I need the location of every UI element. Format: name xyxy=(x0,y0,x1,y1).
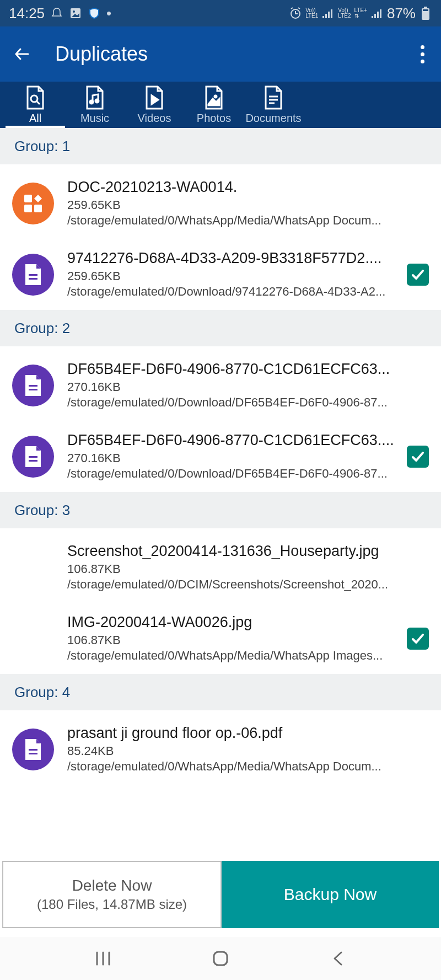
file-type-icon xyxy=(12,729,54,770)
file-type-icon xyxy=(12,254,54,296)
bottom-action-bar: Delete Now (180 Files, 14.87MB size) Bac… xyxy=(2,861,439,928)
svg-rect-25 xyxy=(29,456,37,458)
svg-rect-4 xyxy=(325,14,327,18)
svg-rect-27 xyxy=(29,749,37,751)
file-size: 106.87KB xyxy=(67,633,404,647)
file-path: /storage/emulated/0/WhatsApp/Media/Whats… xyxy=(67,649,404,663)
group-header: Group: 3 xyxy=(0,492,441,528)
file-path: /storage/emulated/0/WhatsApp/Media/Whats… xyxy=(67,759,429,774)
file-path: /storage/emulated/0/WhatsApp/Media/Whats… xyxy=(67,213,429,228)
file-path: /storage/emulated/0/Download/DF65B4EF-D6… xyxy=(67,395,429,410)
image-icon xyxy=(69,7,82,20)
file-size: 259.65KB xyxy=(67,198,429,212)
signal1-icon xyxy=(321,7,335,20)
signal2-icon xyxy=(370,7,384,20)
delete-now-button[interactable]: Delete Now (180 Files, 14.87MB size) xyxy=(2,861,222,928)
select-checkbox[interactable] xyxy=(407,446,429,468)
category-tabs: All Music Videos Photos Documents xyxy=(0,82,441,128)
status-time: 14:25 xyxy=(9,5,45,22)
photo-doc-icon xyxy=(201,84,227,111)
select-checkbox[interactable] xyxy=(407,628,429,650)
alarm-icon xyxy=(289,7,302,20)
more-notifications-dot: • xyxy=(106,5,111,22)
svg-rect-5 xyxy=(328,12,330,18)
svg-rect-11 xyxy=(424,7,427,8)
svg-rect-28 xyxy=(29,753,37,754)
svg-rect-22 xyxy=(29,278,37,280)
svg-point-14 xyxy=(31,95,37,102)
svg-point-15 xyxy=(90,100,93,104)
svg-rect-13 xyxy=(423,9,428,11)
group-header: Group: 4 xyxy=(0,674,441,710)
svg-rect-20 xyxy=(24,205,32,212)
list-item[interactable]: DOC-20210213-WA0014. 259.65KB /storage/e… xyxy=(0,164,441,239)
tab-label: Music xyxy=(80,112,109,125)
svg-rect-7 xyxy=(372,16,373,18)
svg-point-16 xyxy=(95,99,99,103)
svg-point-17 xyxy=(214,95,217,98)
home-button[interactable] xyxy=(209,947,232,970)
svg-rect-26 xyxy=(29,460,37,462)
tab-label: All xyxy=(29,112,41,125)
list-item[interactable]: 97412276-D68A-4D33-A209-9B3318F577D2....… xyxy=(0,239,441,310)
file-path: /storage/emulated/0/DCIM/Screenshots/Scr… xyxy=(67,577,429,592)
svg-rect-21 xyxy=(29,274,37,276)
tab-music[interactable]: Music xyxy=(65,84,125,128)
svg-rect-29 xyxy=(214,952,227,965)
svg-rect-9 xyxy=(377,12,379,18)
list-item[interactable]: DF65B4EF-D6F0-4906-8770-C1CD61ECFC63... … xyxy=(0,346,441,421)
file-size: 270.16KB xyxy=(67,380,429,394)
back-nav-button[interactable] xyxy=(327,947,349,970)
file-thumbnail xyxy=(12,547,54,588)
list-item[interactable]: prasant ji ground floor op.-06.pdf 85.24… xyxy=(0,710,441,785)
overflow-menu-button[interactable] xyxy=(415,40,430,69)
tab-photos[interactable]: Photos xyxy=(184,84,244,128)
group-header: Group: 1 xyxy=(0,128,441,164)
svg-rect-19 xyxy=(34,205,42,212)
status-right: Vo))LTE1 Vo))LTE2 LTE+⇅ 87% xyxy=(289,5,432,22)
sim1-label: Vo))LTE1 xyxy=(305,8,318,19)
tab-label: Documents xyxy=(245,112,301,125)
search-doc-icon xyxy=(22,84,49,111)
tab-label: Photos xyxy=(197,112,231,125)
file-name: DF65B4EF-D6F0-4906-8770-C1CD61ECFC63.... xyxy=(67,432,404,449)
list-item[interactable]: DF65B4EF-D6F0-4906-8770-C1CD61ECFC63....… xyxy=(0,421,441,492)
file-size: 270.16KB xyxy=(67,451,404,465)
tab-documents[interactable]: Documents xyxy=(244,84,303,128)
backup-now-button[interactable]: Backup Now xyxy=(222,861,439,928)
app-bar: Duplicates xyxy=(0,26,441,82)
recents-button[interactable] xyxy=(92,947,114,970)
delete-sublabel: (180 Files, 14.87MB size) xyxy=(37,897,187,912)
sim2-label: Vo))LTE2 xyxy=(338,8,351,19)
status-bar: 14:25 • Vo))LTE1 Vo))LTE2 LTE+⇅ 87% xyxy=(0,0,441,26)
select-checkbox[interactable] xyxy=(407,264,429,286)
app-title: Duplicates xyxy=(55,42,148,66)
back-button[interactable] xyxy=(11,43,33,65)
svg-rect-3 xyxy=(322,16,324,18)
file-path: /storage/emulated/0/Download/DF65B4EF-D6… xyxy=(67,467,404,481)
file-name: Screenshot_20200414-131636_Houseparty.jp… xyxy=(67,543,429,560)
svg-rect-10 xyxy=(380,9,381,18)
battery-icon xyxy=(419,7,432,20)
document-doc-icon xyxy=(260,84,287,111)
file-size: 259.65KB xyxy=(67,269,404,283)
file-name: prasant ji ground floor op.-06.pdf xyxy=(67,725,429,742)
svg-rect-8 xyxy=(374,14,376,18)
tab-all[interactable]: All xyxy=(6,84,65,128)
video-doc-icon xyxy=(141,84,168,111)
svg-rect-18 xyxy=(24,195,32,202)
backup-label: Backup Now xyxy=(284,885,377,904)
file-size: 85.24KB xyxy=(67,744,429,758)
list-item[interactable]: IMG-20200414-WA0026.jpg 106.87KB /storag… xyxy=(0,603,441,674)
music-doc-icon xyxy=(82,84,108,111)
status-left: 14:25 • xyxy=(9,5,111,22)
list-item[interactable]: Screenshot_20200414-131636_Houseparty.jp… xyxy=(0,528,441,603)
file-name: DF65B4EF-D6F0-4906-8770-C1CD61ECFC63... xyxy=(67,361,429,378)
svg-rect-24 xyxy=(29,389,37,390)
system-nav-bar xyxy=(0,937,441,980)
file-thumbnail xyxy=(12,618,54,660)
file-name: IMG-20200414-WA0026.jpg xyxy=(67,614,404,631)
file-list[interactable]: Group: 1 DOC-20210213-WA0014. 259.65KB /… xyxy=(0,128,441,859)
tab-videos[interactable]: Videos xyxy=(125,84,184,128)
file-size: 106.87KB xyxy=(67,562,429,576)
